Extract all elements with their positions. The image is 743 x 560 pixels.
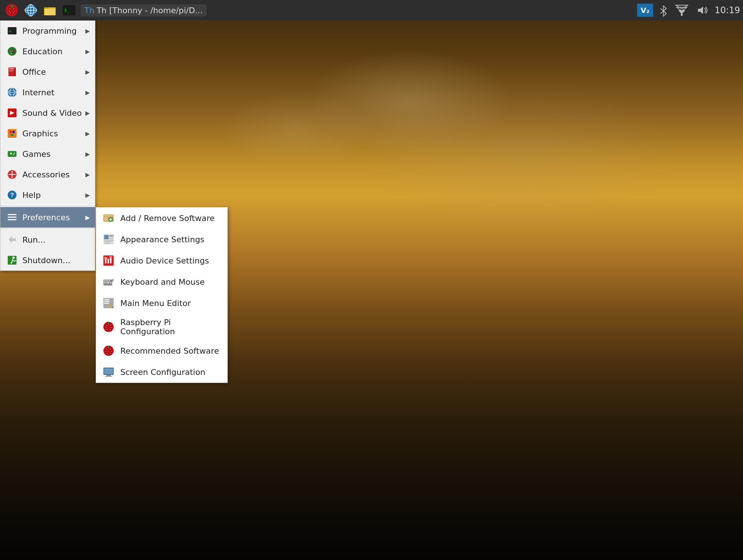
svg-rect-95 (104, 301, 109, 302)
graphics-label: Graphics (22, 129, 85, 138)
svg-rect-66 (104, 217, 108, 221)
svg-point-124 (106, 349, 107, 350)
network-icon (675, 4, 688, 17)
appearance-settings-icon (102, 233, 115, 246)
submenu-raspberry-pi-config[interactable]: Raspberry Pi Configuration (96, 314, 227, 340)
svg-point-11 (13, 8, 14, 10)
submenu-main-menu-editor[interactable]: Main Menu Editor (96, 292, 227, 314)
thonny-app-label: Th [Thonny - /home/pi/D... (96, 6, 202, 15)
svg-rect-96 (104, 303, 109, 304)
svg-point-125 (110, 349, 111, 350)
svg-rect-76 (104, 243, 110, 244)
svg-point-31 (681, 14, 683, 16)
raspberry-pi-config-label: Raspberry Pi Configuration (120, 318, 222, 336)
office-arrow: ▶ (85, 69, 90, 75)
office-label: Office (22, 67, 85, 77)
folder-icon (43, 4, 56, 17)
svg-point-12 (8, 10, 10, 12)
svg-point-109 (110, 325, 111, 326)
internet-icon (6, 86, 19, 99)
svg-point-10 (9, 8, 11, 10)
accessories-label: Accessories (22, 170, 85, 179)
menu-item-office[interactable]: Office ▶ (0, 62, 95, 82)
menu-item-run[interactable]: Run... (0, 229, 95, 250)
vt-button[interactable]: V₂ (637, 4, 653, 17)
svg-rect-78 (105, 258, 106, 264)
desktop: $_ Th Th [Thonny - /home/pi/D... V₂ (0, 0, 743, 560)
menu-item-internet[interactable]: Internet ▶ (0, 82, 95, 103)
svg-point-111 (110, 327, 112, 328)
soundvideo-arrow: ▶ (85, 110, 90, 117)
submenu-keyboard-mouse[interactable]: Keyboard and Mouse (96, 271, 227, 292)
office-icon (6, 65, 19, 78)
soundvideo-icon (6, 106, 19, 119)
menu-item-preferences[interactable]: Preferences ▶ (0, 207, 95, 228)
preferences-arrow: ▶ (85, 214, 90, 221)
menu-item-programming[interactable]: >_ Programming ▶ (0, 21, 95, 41)
programming-icon: >_ (6, 24, 19, 37)
submenu-audio-device-settings[interactable]: Audio Device Settings (96, 250, 227, 271)
svg-rect-89 (106, 282, 109, 283)
graphics-arrow: ▶ (85, 130, 90, 137)
preferences-icon (6, 211, 19, 224)
menu-item-graphics[interactable]: Graphics ▶ (0, 123, 95, 144)
thonny-app-button[interactable]: Th Th [Thonny - /home/pi/D... (81, 4, 206, 16)
svg-point-112 (106, 329, 108, 330)
internet-label: Internet (22, 88, 85, 97)
menu-item-shutdown[interactable]: Shutdown... (0, 250, 95, 270)
svg-rect-133 (106, 375, 111, 376)
screen-configuration-label: Screen Configuration (120, 368, 205, 377)
raspberry-pi-icon (5, 4, 18, 17)
volume-button[interactable] (694, 2, 710, 18)
svg-rect-94 (104, 299, 109, 300)
svg-point-48 (10, 131, 12, 133)
vt-label: V₂ (641, 6, 649, 15)
svg-rect-85 (104, 280, 106, 281)
network-button[interactable] (674, 2, 690, 18)
submenu-add-remove-software[interactable]: Add / Remove Software (96, 207, 227, 229)
svg-rect-74 (104, 240, 114, 241)
svg-text:>_: >_ (9, 29, 14, 34)
file-manager-button[interactable] (41, 1, 59, 19)
shutdown-label: Shutdown... (22, 256, 90, 265)
svg-rect-71 (104, 235, 109, 239)
audio-device-settings-icon (102, 254, 115, 267)
svg-rect-65 (104, 215, 113, 217)
education-label: Education (22, 47, 85, 56)
menu-item-education[interactable]: 🎓 Education ▶ (0, 41, 95, 62)
svg-rect-81 (104, 257, 107, 258)
main-menu-panel: >_ Programming ▶ 🎓 Education ▶ (0, 21, 95, 271)
terminal-button[interactable]: $_ (60, 1, 78, 19)
svg-point-136 (12, 257, 15, 259)
add-remove-software-label: Add / Remove Software (120, 214, 215, 223)
browser-button[interactable] (22, 1, 40, 19)
svg-rect-63 (8, 219, 17, 220)
svg-point-50 (11, 134, 13, 136)
submenu-appearance-settings[interactable]: Appearance Settings (96, 229, 227, 250)
bluetooth-button[interactable] (658, 2, 669, 18)
menu-separator-2 (0, 228, 95, 229)
menu-item-soundvideo[interactable]: Sound & Video ▶ (0, 103, 95, 123)
menu-item-accessories[interactable]: Accessories ▶ (0, 164, 95, 185)
svg-point-128 (106, 353, 108, 354)
internet-arrow: ▶ (85, 89, 90, 96)
terminal-icon: $_ (62, 4, 76, 17)
preferences-label: Preferences (22, 213, 85, 222)
submenu-screen-configuration[interactable]: Screen Configuration (96, 361, 227, 383)
svg-rect-132 (104, 368, 113, 374)
audio-device-settings-label: Audio Device Settings (120, 256, 209, 265)
submenu-recommended-software[interactable]: Recommended Software (96, 340, 227, 361)
raspberry-pi-menu-button[interactable] (3, 1, 21, 19)
shutdown-icon (6, 254, 19, 267)
svg-point-127 (110, 351, 112, 352)
programming-label: Programming (22, 26, 85, 36)
svg-rect-82 (107, 258, 110, 260)
keyboard-mouse-label: Keyboard and Mouse (120, 277, 205, 287)
svg-point-129 (109, 353, 111, 354)
svg-rect-73 (109, 237, 114, 239)
menu-item-help[interactable]: ? Help ▶ (0, 185, 95, 205)
svg-rect-90 (110, 282, 111, 283)
svg-rect-86 (106, 280, 108, 281)
menu-item-games[interactable]: Games ▶ (0, 144, 95, 164)
soundvideo-label: Sound & Video (22, 108, 85, 118)
